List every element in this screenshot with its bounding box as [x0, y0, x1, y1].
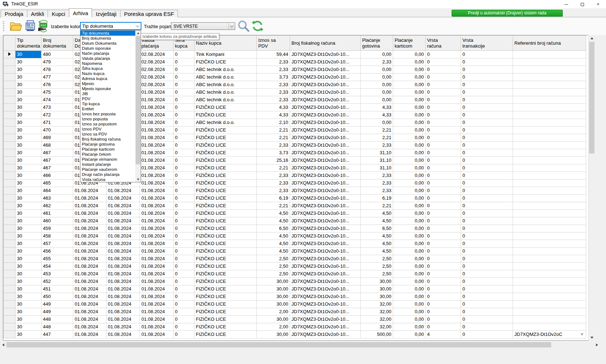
cell-vrsta_trans[interactable]: 0 [461, 308, 513, 316]
cell-datum_isp[interactable]: 01.08.2024 [106, 293, 140, 301]
cell-vrsta_racuna[interactable]: 0 [426, 308, 461, 316]
cell-gotovina[interactable]: 6,19 [361, 195, 393, 202]
cell-vrsta_trans[interactable]: 0 [461, 126, 513, 134]
cell-naziv[interactable]: FIZIČKO LICE [194, 58, 257, 66]
cell-datum_isp[interactable]: 01.08.2024 [106, 278, 140, 285]
cell-datum_isp[interactable]: 01.08.2024 [106, 210, 140, 217]
cell-tip[interactable]: 30 [16, 248, 41, 255]
cell-sifra[interactable]: 0 [174, 278, 194, 285]
cell-datum_isp[interactable]: 01.08.2024 [106, 225, 140, 232]
cell-datum_isp[interactable]: 01.08.2024 [106, 232, 140, 240]
cell-datum_dok[interactable]: 01.08.2024 [73, 195, 106, 202]
cell-gotovina[interactable]: 0,00 [361, 89, 393, 96]
cell-sifra[interactable]: 0 [174, 142, 194, 149]
cell-tip[interactable]: 30 [16, 126, 41, 134]
cell-vrsta_racuna[interactable]: 0 [426, 126, 461, 134]
horizontal-scrollbar-thumb[interactable] [6, 342, 551, 347]
cell-karticom[interactable]: 0,00 [393, 316, 426, 323]
cell-datum_dok[interactable]: 01.08.2024 [73, 255, 106, 263]
cell-iznos[interactable]: 4,50 [257, 240, 290, 248]
cell-tip[interactable]: 30 [16, 195, 41, 202]
dropdown-scroll-up-button[interactable] [135, 31, 141, 36]
cell-naziv[interactable]: FIZIČKO LICE [194, 172, 257, 179]
cell-valuta[interactable]: 01.08.2024 [140, 308, 174, 316]
cell-karticom[interactable]: 0,00 [393, 255, 426, 263]
cell-karticom[interactable]: 0,00 [393, 210, 426, 217]
cell-ref[interactable] [513, 301, 586, 308]
cell-tip[interactable]: 30 [16, 157, 41, 164]
cell-fiskalni[interactable]: JD7XQMZ3-Dt1Ov2o0-10... [290, 195, 361, 202]
dropdown-item[interactable]: Datum Dokumenta [80, 41, 135, 46]
close-button[interactable]: × [590, 0, 606, 8]
cell-valuta[interactable]: 01.08.2024 [140, 142, 174, 149]
cell-datum_isp[interactable]: 01.08.2024 [106, 308, 140, 316]
cell-datum_isp[interactable]: 01.08.2024 [106, 316, 140, 323]
cell-valuta[interactable]: 01.08.2024 [140, 149, 174, 157]
cell-iznos[interactable]: 3,73 [257, 74, 290, 81]
cell-datum_isp[interactable]: 01.08.2024 [106, 217, 140, 225]
cell-gotovina[interactable]: 2,50 [361, 263, 393, 270]
cell-sifra[interactable]: 0 [174, 119, 194, 126]
cell-datum_isp[interactable]: 01.08.2024 [106, 248, 140, 255]
cell-fiskalni[interactable]: JD7XQMZ3-Dt1Ov2o0-10... [290, 104, 361, 111]
cell-naziv[interactable]: FIZIČKO LICE [194, 179, 257, 187]
scroll-up-button[interactable] [589, 35, 595, 41]
cell-sifra[interactable]: 0 [174, 51, 194, 58]
cell-gotovina[interactable]: 2,50 [361, 270, 393, 278]
cell-ref[interactable] [513, 119, 586, 126]
cell-naziv[interactable]: FIZIČKO LICE [194, 225, 257, 232]
cell-broj[interactable]: 449 [41, 308, 73, 316]
cell-tip[interactable]: 30 [16, 81, 41, 89]
cell-naziv[interactable]: FIZIČKO LICE [194, 157, 257, 164]
cell-karticom[interactable]: 0,00 [393, 96, 426, 104]
cell-naziv[interactable]: FIZIČKO LICE [194, 187, 257, 195]
cell-naziv[interactable]: FIZIČKO LICE [194, 308, 257, 316]
cell-vrsta_trans[interactable]: 0 [461, 74, 513, 81]
cell-gotovina[interactable]: 2,21 [361, 134, 393, 142]
column-header-fiskalni[interactable]: Broj fiskalnog računa [290, 36, 361, 51]
cell-karticom[interactable]: 0,00 [393, 195, 426, 202]
cell-iznos[interactable]: 3,73 [257, 149, 290, 157]
cell-datum_isp[interactable]: 01.08.2024 [106, 202, 140, 210]
cell-karticom[interactable]: 0,00 [393, 157, 426, 164]
column-header-karticom[interactable]: Plaćanje karticom [393, 36, 426, 51]
cell-broj[interactable]: 455 [41, 255, 73, 263]
scroll-down-button[interactable] [589, 334, 595, 341]
cell-valuta[interactable]: 02.08.2024 [140, 81, 174, 89]
cell-gotovina[interactable]: 2,33 [361, 179, 393, 187]
cell-valuta[interactable]: 01.08.2024 [140, 248, 174, 255]
tab-prodaja[interactable]: Prodaja [1, 10, 27, 17]
cell-ref[interactable] [513, 142, 586, 149]
cell-ref[interactable] [513, 293, 586, 301]
cell-vrsta_racuna[interactable]: 0 [426, 66, 461, 74]
cell-vrsta_racuna[interactable]: 0 [426, 263, 461, 270]
cell-broj[interactable]: 454 [41, 263, 73, 270]
cell-valuta[interactable]: 02.08.2024 [140, 74, 174, 81]
cell-vrsta_trans[interactable]: 0 [461, 149, 513, 157]
cell-fiskalni[interactable]: JD7XQMZ3-Dt1Ov2o0-10... [290, 316, 361, 323]
vertical-scrollbar-thumb[interactable] [589, 42, 594, 154]
cell-valuta[interactable]: 01.08.2024 [140, 179, 174, 187]
cell-ref[interactable] [513, 74, 586, 81]
cell-vrsta_racuna[interactable]: 0 [426, 134, 461, 142]
row-selector[interactable] [4, 263, 16, 270]
chevron-down-icon[interactable]: ˅ [580, 331, 584, 338]
cell-karticom[interactable]: 0,00 [393, 51, 426, 58]
cell-valuta[interactable]: 01.08.2024 [140, 255, 174, 263]
row-selector[interactable] [4, 323, 16, 331]
cell-datum_isp[interactable]: 01.08.2024 [106, 323, 140, 331]
cell-vrsta_racuna[interactable]: 0 [426, 301, 461, 308]
row-selector[interactable] [4, 331, 16, 338]
tab-poreska-uprava-esf[interactable]: Poreska uprava ESF [120, 10, 178, 17]
cell-iznos[interactable]: 2,21 [257, 134, 290, 142]
cell-naziv[interactable]: FIZIČKO LICE [194, 323, 257, 331]
cell-tip[interactable]: 30 [16, 179, 41, 187]
cell-vrsta_trans[interactable]: 0 [461, 263, 513, 270]
cell-datum_dok[interactable]: 01.08.2024 [73, 301, 106, 308]
cell-valuta[interactable]: 01.08.2024 [140, 157, 174, 164]
cell-valuta[interactable]: 02.08.2024 [140, 51, 174, 58]
cell-vrsta_trans[interactable]: 0 [461, 66, 513, 74]
cell-tip[interactable]: 30 [16, 217, 41, 225]
cell-broj[interactable]: 453 [41, 270, 73, 278]
cell-vrsta_racuna[interactable]: 0 [426, 81, 461, 89]
